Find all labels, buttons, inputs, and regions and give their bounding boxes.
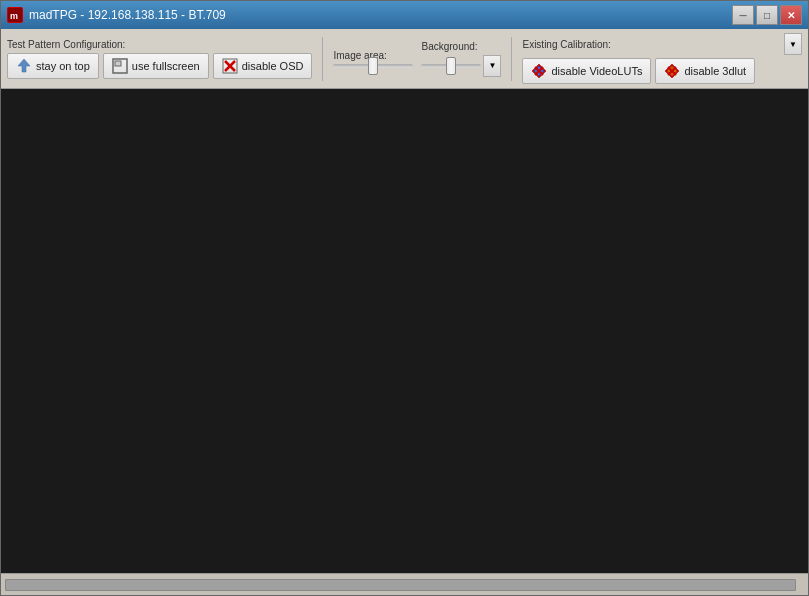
disable-3dlut-button[interactable]: disable 3dlut [655, 58, 755, 84]
test-pattern-group: Test Pattern Configuration: stay on top … [7, 39, 312, 79]
background-slider[interactable] [421, 64, 481, 68]
main-window: m madTPG - 192.168.138.115 - BT.709 ─ □ … [0, 0, 809, 596]
image-area-slider[interactable] [333, 64, 413, 68]
videoluts-icon [531, 63, 547, 79]
use-fullscreen-button[interactable]: use fullscreen [103, 53, 209, 79]
minimize-button[interactable]: ─ [732, 5, 754, 25]
background-group: Background: ▼ [421, 41, 501, 77]
background-dropdown-button[interactable]: ▼ [483, 55, 501, 77]
title-controls: ─ □ ✕ [732, 5, 802, 25]
title-bar: m madTPG - 192.168.138.115 - BT.709 ─ □ … [1, 1, 808, 29]
main-content-area [1, 89, 808, 573]
app-icon: m [7, 7, 23, 23]
image-area-slider-wrapper [333, 64, 413, 68]
test-pattern-buttons: stay on top use fullscreen [7, 53, 312, 79]
fullscreen-icon [112, 58, 128, 74]
image-area-group: Image area: [333, 50, 413, 68]
window-title: madTPG - 192.168.138.115 - BT.709 [29, 8, 226, 22]
calibration-dropdown-button[interactable]: ▼ [784, 33, 802, 55]
background-label: Background: [421, 41, 501, 52]
x-icon [222, 58, 238, 74]
stay-on-top-button[interactable]: stay on top [7, 53, 99, 79]
test-pattern-label: Test Pattern Configuration: [7, 39, 312, 50]
title-bar-left: m madTPG - 192.168.138.115 - BT.709 [7, 7, 226, 23]
svg-marker-2 [18, 59, 30, 72]
background-control-row: ▼ [421, 55, 501, 77]
status-bar [1, 573, 808, 595]
existing-calib-label: Existing Calibration: [522, 39, 610, 50]
calibration-buttons: disable VideoLUTs disable 3dlut [522, 58, 802, 84]
pin-icon [16, 58, 32, 74]
svg-text:m: m [10, 11, 18, 21]
threedlut-icon [664, 63, 680, 79]
disable-osd-button[interactable]: disable OSD [213, 53, 313, 79]
disable-videoluts-button[interactable]: disable VideoLUTs [522, 58, 651, 84]
divider-2 [511, 37, 512, 81]
svg-rect-4 [115, 61, 121, 66]
divider-1 [322, 37, 323, 81]
progress-bar [5, 579, 796, 591]
close-button[interactable]: ✕ [780, 5, 802, 25]
maximize-button[interactable]: □ [756, 5, 778, 25]
toolbar: Test Pattern Configuration: stay on top … [1, 29, 808, 89]
existing-calibration-group: Existing Calibration: ▼ disable VideoLUT… [522, 33, 802, 84]
